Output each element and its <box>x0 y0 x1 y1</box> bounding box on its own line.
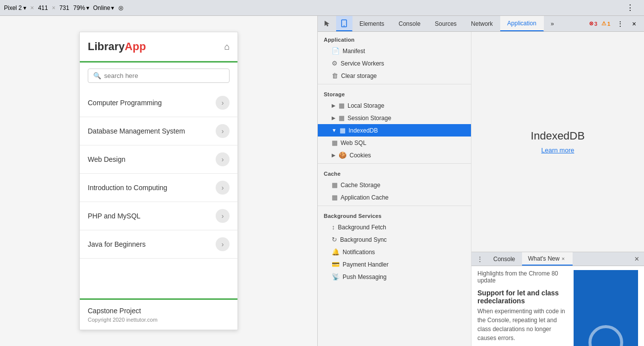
tab-elements-label: Elements <box>359 20 384 27</box>
service-workers-icon: ⚙ <box>332 60 338 67</box>
nav-arrow-icon: › <box>216 181 230 195</box>
devtools-main: IndexedDB Learn more ⋮ Console What's Ne… <box>471 32 644 346</box>
sidebar-item-push-messaging[interactable]: 📡 Push Messaging <box>318 271 471 283</box>
nav-item-label: Computer Programming <box>88 99 162 107</box>
notifications-icon: 🔔 <box>332 248 340 256</box>
bottom-tab-console-label: Console <box>493 256 515 263</box>
sidebar-item-cache-storage-label: Cache Storage <box>341 182 380 189</box>
sidebar-item-clear-storage[interactable]: 🗑 Clear storage <box>318 69 471 82</box>
bottom-panel-more-icon[interactable]: ⋮ <box>473 255 486 263</box>
application-cache-icon: ▦ <box>332 194 338 201</box>
sidebar-item-web-sql[interactable]: ▦ Web SQL <box>318 137 471 149</box>
sidebar-item-background-sync[interactable]: ↻ Background Sync <box>318 233 471 246</box>
sidebar-section-background: Background Services <box>318 208 471 221</box>
list-item[interactable]: PHP and MySQL › <box>80 202 237 230</box>
devtools-dock-button[interactable]: × <box>628 18 640 30</box>
sidebar-item-indexeddb-label: IndexedDB <box>349 127 378 134</box>
logo-library-text: Library <box>88 40 125 53</box>
sidebar-item-notifications[interactable]: 🔔 Notifications <box>318 246 471 258</box>
tab-device-toolbar[interactable] <box>336 16 352 31</box>
sidebar-divider-3 <box>318 206 471 206</box>
tab-more[interactable]: » <box>544 16 562 31</box>
background-fetch-icon: ↕ <box>332 223 335 231</box>
zoom-label: 79% <box>73 4 85 11</box>
nav-item-label: PHP and MySQL <box>88 212 140 220</box>
sidebar-item-background-fetch[interactable]: ↕ Background Fetch <box>318 221 471 233</box>
sidebar-item-clear-storage-label: Clear storage <box>341 72 377 79</box>
sidebar-item-application-cache-label: Application Cache <box>341 194 389 201</box>
sidebar-item-payment-handler[interactable]: 💳 Payment Handler <box>318 258 471 271</box>
list-item[interactable]: Database Management System › <box>80 117 237 145</box>
bottom-tab-whats-new[interactable]: What's New × <box>522 252 573 266</box>
nav-arrow-icon: › <box>216 237 230 251</box>
list-item[interactable]: Web Design › <box>80 145 237 174</box>
nav-item-label: Introduction to Computing <box>88 184 167 192</box>
sidebar-section-storage: Storage <box>318 86 471 99</box>
chrome-top-bar: Pixel 2 ▾ × 411 × 731 79% ▾ Online ▾ ⊗ ⋮ <box>0 0 644 16</box>
warning-count: 1 <box>607 21 610 27</box>
list-item[interactable]: Computer Programming › <box>80 89 237 117</box>
tab-application[interactable]: Application <box>500 16 544 31</box>
tab-cursor-tool[interactable] <box>318 16 336 31</box>
online-selector[interactable]: Online ▾ <box>93 4 115 11</box>
sidebar-item-application-cache[interactable]: ▦ Application Cache <box>318 191 471 204</box>
sidebar-item-manifest-label: Manifest <box>343 48 365 55</box>
bottom-close-button[interactable]: × <box>635 255 642 264</box>
tab-more-icon: » <box>551 20 554 27</box>
cookies-icon: 🍪 <box>339 151 347 159</box>
list-item[interactable]: Introduction to Computing › <box>80 174 237 202</box>
sidebar-item-local-storage[interactable]: ▶ ▦ Local Storage <box>318 99 471 112</box>
tab-console[interactable]: Console <box>392 16 428 31</box>
device-selector[interactable]: Pixel 2 ▾ <box>4 4 26 11</box>
tab-application-label: Application <box>507 20 536 27</box>
sidebar-item-manifest[interactable]: 📄 Manifest <box>318 45 471 57</box>
tab-sources[interactable]: Sources <box>428 16 464 31</box>
devtools-more-button[interactable]: ⋮ <box>624 2 636 14</box>
error-icon: ⊗ <box>589 20 593 27</box>
indexeddb-title: IndexedDB <box>531 130 585 142</box>
cursor-icon <box>323 20 331 28</box>
sidebar-item-indexeddb[interactable]: ▼ ▦ IndexedDB <box>318 124 471 137</box>
sidebar-item-web-sql-label: Web SQL <box>341 139 366 146</box>
main-area: LibraryApp ⌂ 🔍 Computer Programming › Da… <box>0 16 644 346</box>
background-sync-icon: ↻ <box>332 236 337 243</box>
learn-more-link[interactable]: Learn more <box>541 146 574 154</box>
expand-arrow-icon: ▶ <box>332 152 336 158</box>
error-badge: ⊗ 3 <box>589 20 597 27</box>
bottom-tab-bar: ⋮ Console What's New × × <box>471 252 644 266</box>
tab-elements[interactable]: Elements <box>352 16 392 31</box>
bottom-text-content: Highlights from the Chrome 80 update Sup… <box>477 270 568 346</box>
bottom-tab-close-icon[interactable]: × <box>560 255 567 263</box>
search-bar: 🔍 <box>88 69 230 83</box>
nav-list: Computer Programming › Database Manageme… <box>80 89 237 259</box>
sidebar-item-session-storage-label: Session Storage <box>348 115 391 122</box>
app-panel: LibraryApp ⌂ 🔍 Computer Programming › Da… <box>0 16 317 346</box>
sidebar-item-session-storage[interactable]: ▶ ▦ Session Storage <box>318 112 471 124</box>
search-input[interactable] <box>104 72 224 79</box>
sidebar-item-service-workers[interactable]: ⚙ Service Workers <box>318 57 471 69</box>
sidebar-item-notifications-label: Notifications <box>343 249 375 256</box>
sidebar-item-cache-storage[interactable]: ▦ Cache Storage <box>318 179 471 191</box>
sidebar-divider-2 <box>318 163 471 164</box>
svg-point-1 <box>344 25 345 26</box>
zoom-selector[interactable]: 79% ▾ <box>73 4 89 11</box>
footer-copyright: Copyright 2020 inettutor.com <box>88 317 230 323</box>
sidebar-item-payment-handler-label: Payment Handler <box>343 261 389 268</box>
bottom-tab-console[interactable]: Console <box>487 252 521 266</box>
sidebar-divider-1 <box>318 84 471 84</box>
list-item[interactable]: Java for Beginners › <box>80 230 237 259</box>
devtools-body: Application 📄 Manifest ⚙ Service Workers… <box>318 32 644 346</box>
nav-item-label: Web Design <box>88 155 125 163</box>
sidebar-item-background-fetch-label: Background Fetch <box>338 224 386 231</box>
sidebar-item-cookies[interactable]: ▶ 🍪 Cookies <box>318 149 471 161</box>
tab-network[interactable]: Network <box>464 16 500 31</box>
devtools-content-area: IndexedDB Learn more <box>471 32 644 252</box>
update-section-text-1: When experimenting with code in the Cons… <box>477 307 568 343</box>
zoom-dropdown-icon: ▾ <box>86 4 89 11</box>
home-icon[interactable]: ⌂ <box>224 42 230 52</box>
no-throttle-icon: ⊗ <box>118 4 124 12</box>
library-footer: Capstone Project Copyright 2020 inettuto… <box>80 298 237 330</box>
bottom-content-inner: Highlights from the Chrome 80 update Sup… <box>477 270 638 346</box>
devtools-settings-button[interactable]: ⋮ <box>614 18 626 30</box>
online-label: Online <box>93 4 111 11</box>
